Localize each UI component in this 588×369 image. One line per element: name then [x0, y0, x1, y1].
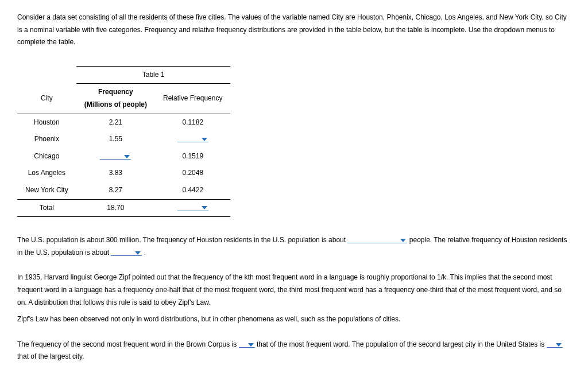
- chevron-down-icon: [124, 155, 130, 158]
- table-row: Los Angeles 3.83 0.2048: [17, 165, 230, 182]
- cell-relfreq: 0.4422: [155, 182, 230, 199]
- chevron-down-icon: [135, 251, 141, 255]
- paragraph-houston: The U.S. population is about 300 million…: [17, 234, 571, 259]
- table-row: New York City 8.27 0.4422: [17, 182, 230, 199]
- cell-relfreq: 0.1182: [155, 114, 230, 131]
- dropdown-second-city-ratio[interactable]: [547, 339, 563, 348]
- table-row: Phoenix 1.55: [17, 131, 230, 148]
- cell-freq: 2.21: [76, 114, 155, 131]
- paragraph-zipf-intro: In 1935, Harvard linguist George Zipf po…: [17, 271, 571, 325]
- cell-city: Los Angeles: [17, 165, 76, 182]
- cell-freq: [76, 148, 155, 165]
- dropdown-phoenix-relfreq[interactable]: [177, 133, 208, 142]
- cell-city: Phoenix: [17, 131, 76, 148]
- cell-freq: 8.27: [76, 182, 155, 199]
- cell-city: Chicago: [17, 148, 76, 165]
- table-title: Table 1: [76, 66, 231, 84]
- cell-freq: 3.83: [76, 165, 155, 182]
- dropdown-houston-freq-people[interactable]: [347, 234, 407, 243]
- table-1: Table 1 City Frequency (Millions of peop…: [17, 66, 230, 217]
- cell-relfreq: 0.1519: [155, 148, 230, 165]
- cell-relfreq: 0.2048: [155, 165, 230, 182]
- dropdown-second-word-ratio[interactable]: [239, 339, 255, 348]
- intro-paragraph: Consider a data set consisting of all th…: [17, 11, 571, 49]
- chevron-down-icon: [202, 138, 207, 141]
- col-header-frequency: Frequency (Millions of people): [76, 84, 155, 114]
- chevron-down-icon: [202, 206, 207, 209]
- cell-total-label: Total: [17, 199, 76, 217]
- dropdown-total-relfreq[interactable]: [177, 202, 208, 211]
- cell-freq: 1.55: [76, 131, 155, 148]
- cell-total-freq: 18.70: [76, 199, 155, 217]
- col-header-relfreq: Relative Frequency: [155, 84, 230, 114]
- col-header-city: City: [17, 84, 76, 114]
- dropdown-chicago-freq[interactable]: [100, 150, 131, 160]
- table-row: Chicago 0.1519: [17, 148, 230, 165]
- cell-city: Houston: [17, 114, 76, 131]
- cell-total-relfreq: [155, 199, 230, 217]
- dropdown-houston-relfreq[interactable]: [111, 247, 142, 256]
- chevron-down-icon: [556, 343, 562, 347]
- cell-city: New York City: [17, 182, 76, 199]
- table-row-total: Total 18.70: [17, 199, 230, 217]
- paragraph-second-word: The frequency of the second most frequen…: [17, 339, 571, 363]
- table-1-wrapper: Table 1 City Frequency (Millions of peop…: [17, 66, 571, 217]
- cell-relfreq: [155, 131, 230, 148]
- chevron-down-icon: [248, 343, 254, 347]
- chevron-down-icon: [400, 239, 406, 242]
- table-row: Houston 2.21 0.1182: [17, 114, 230, 131]
